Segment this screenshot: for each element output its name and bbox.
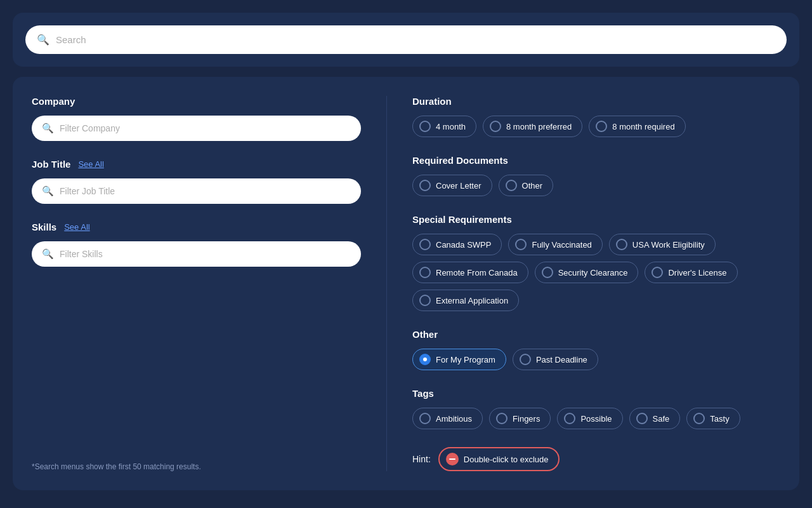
chip-safe[interactable]: Safe — [629, 408, 681, 429]
tags-section: Tags Ambitious Fingers Possible Safe — [412, 388, 780, 429]
chip-for-my-program[interactable]: For My Program — [412, 349, 506, 370]
exclude-icon — [446, 453, 459, 465]
other-title: Other — [412, 329, 780, 340]
job-title-input-wrapper: 🔍 — [32, 178, 361, 204]
hint-chip: Double-click to exclude — [438, 447, 560, 471]
job-title-search-icon: 🔍 — [42, 185, 54, 197]
tags-title: Tags — [412, 388, 780, 399]
job-title-filter-input[interactable] — [32, 178, 361, 204]
special-requirements-section: Special Requirements Canada SWPP Fully V… — [412, 214, 780, 311]
chip-label-8required: 8 month required — [612, 122, 674, 131]
duration-section: Duration 4 month 8 month preferred 8 mon… — [412, 96, 780, 137]
right-column: Duration 4 month 8 month preferred 8 mon… — [387, 96, 780, 471]
chip-label-cover-letter: Cover Letter — [436, 181, 481, 190]
skills-input-wrapper: 🔍 — [32, 241, 361, 267]
chip-label-usa-work-eligibility: USA Work Eligibility — [632, 240, 705, 250]
chip-label-canada-swpp: Canada SWPP — [436, 240, 491, 250]
chip-tasty[interactable]: Tasty — [686, 408, 740, 429]
radio-past-deadline — [520, 354, 531, 365]
chip-label-4month: 4 month — [436, 122, 466, 131]
duration-title: Duration — [412, 96, 780, 107]
chip-fully-vaccinated[interactable]: Fully Vaccinated — [508, 234, 602, 255]
radio-other — [506, 180, 517, 191]
chip-label-remote-from-canada: Remote From Canada — [436, 268, 518, 277]
special-requirements-chip-group: Canada SWPP Fully Vaccinated USA Work El… — [412, 234, 780, 311]
chip-label-security-clearance: Security Clearance — [558, 268, 628, 277]
radio-for-my-program — [419, 354, 431, 365]
chip-ambitious[interactable]: Ambitious — [412, 408, 483, 429]
hint-row: Hint: Double-click to exclude — [412, 447, 780, 471]
chip-label-ambitious: Ambitious — [436, 414, 472, 424]
company-label: Company — [32, 96, 361, 107]
radio-possible — [564, 413, 575, 424]
top-search-container: 🔍 — [13, 13, 799, 67]
company-input-wrapper: 🔍 — [32, 116, 361, 141]
main-panel: Company 🔍 Job Title See All 🔍 — [13, 77, 799, 490]
other-chip-group: For My Program Past Deadline — [412, 349, 780, 370]
chip-label-tasty: Tasty — [710, 414, 729, 424]
radio-remote-from-canada — [419, 267, 431, 278]
skills-label: Skills — [32, 222, 56, 232]
radio-8required — [596, 121, 607, 132]
radio-4month — [419, 121, 431, 132]
chip-4month[interactable]: 4 month — [412, 116, 476, 137]
chip-past-deadline[interactable]: Past Deadline — [513, 349, 598, 370]
chip-cover-letter[interactable]: Cover Letter — [412, 175, 492, 196]
chip-label-8preferred: 8 month preferred — [506, 122, 572, 131]
required-documents-chip-group: Cover Letter Other — [412, 175, 780, 196]
other-section: Other For My Program Past Deadline — [412, 329, 780, 370]
required-documents-title: Required Documents — [412, 155, 780, 166]
chip-remote-from-canada[interactable]: Remote From Canada — [412, 262, 528, 283]
radio-fingers — [496, 413, 508, 424]
radio-security-clearance — [542, 267, 553, 278]
radio-safe — [636, 413, 648, 424]
skills-search-icon: 🔍 — [42, 248, 54, 260]
radio-canada-swpp — [419, 239, 431, 250]
company-filter-input[interactable] — [32, 116, 361, 141]
job-title-header: Job Title See All — [32, 159, 361, 170]
duration-chip-group: 4 month 8 month preferred 8 month requir… — [412, 116, 780, 137]
chip-label-safe: Safe — [653, 414, 670, 424]
top-search-wrapper: 🔍 — [25, 25, 787, 54]
company-search-icon: 🔍 — [42, 123, 54, 134]
job-title-see-all[interactable]: See All — [78, 159, 103, 169]
chip-drivers-license[interactable]: Driver's License — [645, 262, 737, 283]
chip-label-possible: Possible — [580, 414, 612, 424]
hint-text: Double-click to exclude — [464, 455, 549, 464]
chip-label-for-my-program: For My Program — [436, 355, 495, 364]
chip-possible[interactable]: Possible — [557, 408, 622, 429]
hint-label: Hint: — [412, 454, 431, 464]
skills-section: Skills See All 🔍 — [32, 222, 361, 284]
radio-usa-work-eligibility — [616, 239, 627, 250]
skills-header: Skills See All — [32, 222, 361, 232]
chip-label-other: Other — [522, 181, 543, 190]
chip-8required[interactable]: 8 month required — [589, 116, 685, 137]
radio-cover-letter — [419, 180, 431, 191]
chip-label-drivers-license: Driver's License — [668, 268, 726, 277]
chip-fingers[interactable]: Fingers — [489, 408, 551, 429]
chip-other[interactable]: Other — [499, 175, 554, 196]
chip-canada-swpp[interactable]: Canada SWPP — [412, 234, 502, 255]
chip-label-fingers: Fingers — [513, 414, 540, 424]
chip-label-external-application: External Application — [436, 296, 508, 305]
tags-chip-group: Ambitious Fingers Possible Safe Tasty — [412, 408, 780, 429]
skills-see-all[interactable]: See All — [64, 222, 89, 232]
required-documents-section: Required Documents Cover Letter Other — [412, 155, 780, 196]
chip-label-past-deadline: Past Deadline — [536, 355, 587, 364]
chip-external-application[interactable]: External Application — [412, 290, 519, 311]
left-column: Company 🔍 Job Title See All 🔍 — [32, 96, 387, 471]
radio-drivers-license — [652, 267, 663, 278]
radio-ambitious — [419, 413, 431, 424]
search-icon: 🔍 — [37, 34, 49, 46]
radio-tasty — [693, 413, 705, 424]
skills-filter-input[interactable] — [32, 241, 361, 267]
footer-note: *Search menus show the first 50 matching… — [32, 462, 361, 471]
top-search-input[interactable] — [25, 25, 787, 54]
chip-8preferred[interactable]: 8 month preferred — [483, 116, 582, 137]
chip-usa-work-eligibility[interactable]: USA Work Eligibility — [609, 234, 716, 255]
chip-security-clearance[interactable]: Security Clearance — [535, 262, 639, 283]
radio-8preferred — [490, 121, 501, 132]
special-requirements-title: Special Requirements — [412, 214, 780, 225]
chip-label-fully-vaccinated: Fully Vaccinated — [532, 240, 591, 250]
job-title-section: Job Title See All 🔍 — [32, 159, 361, 222]
